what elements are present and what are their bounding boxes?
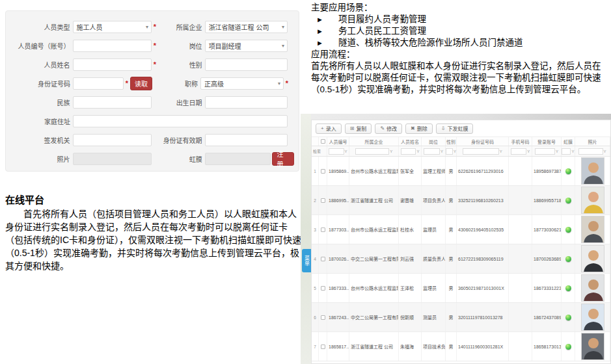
cell-login: 18958697387 bbox=[532, 157, 562, 185]
issue-office-label: 签发机关 bbox=[10, 135, 70, 145]
row-index: 4 bbox=[312, 244, 319, 273]
row-index: 1 bbox=[312, 157, 319, 185]
person-photo bbox=[581, 245, 604, 272]
filter-input[interactable] bbox=[463, 148, 498, 155]
cell-login: 18773030621 bbox=[532, 215, 562, 244]
photo-field bbox=[73, 153, 152, 165]
flow-title: 应用流程： bbox=[311, 49, 609, 60]
filter-input[interactable] bbox=[329, 148, 344, 155]
person-photo bbox=[581, 216, 604, 243]
scenario-item: 项目履约人员考勤管理 bbox=[338, 14, 426, 24]
cell-post: 质量负责人 bbox=[422, 244, 446, 273]
funnel-icon: Y bbox=[556, 150, 558, 153]
iris-status-icon bbox=[565, 227, 571, 233]
search-label: 检索 bbox=[312, 146, 327, 156]
filter-input[interactable] bbox=[424, 148, 440, 155]
iris-status-icon bbox=[565, 285, 571, 291]
post-select[interactable]: 项目副经理 ▾ bbox=[205, 40, 288, 52]
company-select[interactable]: 浙江省隧道工程 公司 ▾ bbox=[205, 21, 288, 33]
arrow-bullet-icon: ► bbox=[316, 38, 338, 48]
person-photo bbox=[581, 187, 604, 214]
title-value: 正高级 bbox=[204, 79, 224, 88]
title-select[interactable]: 正高级 ▾ bbox=[200, 77, 284, 90]
chevron-down-icon: ▾ bbox=[278, 81, 280, 86]
header-photo: 照片 bbox=[575, 137, 610, 146]
row-checkbox[interactable] bbox=[321, 228, 325, 232]
cell-phone bbox=[509, 303, 532, 332]
photo-label: 照片 bbox=[10, 154, 70, 164]
row-index: 7 bbox=[312, 332, 319, 361]
funnel-icon: Y bbox=[454, 150, 456, 153]
id-number-input[interactable] bbox=[73, 77, 124, 90]
add-record-button[interactable]: + 录入 bbox=[316, 124, 342, 134]
header-gender: 性别 bbox=[446, 137, 457, 146]
filter-input[interactable] bbox=[446, 148, 453, 155]
iris-label: 虹膜 bbox=[158, 154, 202, 164]
row-checkbox[interactable] bbox=[321, 169, 325, 174]
funnel-icon: Y bbox=[527, 150, 530, 153]
row-checkbox[interactable] bbox=[321, 344, 325, 349]
ethnicity-label: 民族 bbox=[10, 98, 70, 107]
row-checkbox[interactable] bbox=[321, 198, 325, 203]
person-photo bbox=[581, 157, 604, 185]
home-address-input[interactable] bbox=[73, 115, 288, 127]
funnel-icon: Y bbox=[390, 150, 392, 153]
birth-date-label: 出生日期 bbox=[158, 98, 202, 107]
row-index: 6 bbox=[312, 303, 319, 332]
read-idcard-button[interactable]: 读取 bbox=[130, 77, 152, 90]
iris-status-icon bbox=[565, 315, 571, 320]
cell-phone bbox=[509, 332, 532, 361]
chevron-down-icon: ▾ bbox=[282, 24, 284, 30]
row-checkbox[interactable] bbox=[321, 315, 325, 320]
cell-company: 中交二公局第一工程有限公司 bbox=[349, 244, 399, 273]
gender-label: 性别 bbox=[158, 60, 202, 70]
cell-phone bbox=[509, 186, 532, 214]
filter-input[interactable] bbox=[578, 148, 603, 155]
ethnicity-input[interactable] bbox=[73, 96, 152, 109]
copy-record-button[interactable]: ⊞ 复制 bbox=[345, 124, 372, 134]
header-login: 登录账号 bbox=[532, 137, 562, 146]
birth-date-input[interactable] bbox=[205, 96, 288, 109]
id-number-label: 身份证号码 bbox=[10, 79, 70, 88]
edit-record-button[interactable]: ✎ 修改 bbox=[375, 124, 402, 134]
delete-record-button[interactable]: ✖ 删除 bbox=[405, 124, 433, 134]
send-iris-button[interactable]: ⇩ 下发虹膜 bbox=[436, 124, 474, 134]
person-type-select[interactable]: 施工人员 ▾ bbox=[73, 21, 152, 33]
scenarios-title: 主要应用场景： bbox=[311, 2, 609, 14]
online-platform-section: 在线平台 首先将所有人员（包括项目管理人员和务工人员）以人眼虹膜和本人身份证进行… bbox=[5, 192, 305, 272]
cell-gender: 男 bbox=[446, 215, 457, 244]
scenarios-list: ►项目履约人员考勤管理 ►务工人员民工工资管理 ►隧道、栈桥等较大危险源作业场所… bbox=[311, 14, 609, 49]
id-validity-input[interactable] bbox=[205, 134, 288, 146]
button-label: 修改 bbox=[387, 125, 397, 132]
list-item: ►隧道、栈桥等较大危险源作业场所人员门禁通道 bbox=[311, 37, 609, 49]
cell-post: 测量员 bbox=[422, 303, 446, 332]
filter-input[interactable] bbox=[401, 148, 416, 155]
select-all-checkbox[interactable] bbox=[321, 139, 325, 144]
filter-input[interactable] bbox=[511, 148, 527, 155]
filter-input[interactable] bbox=[535, 148, 555, 155]
row-checkbox[interactable] bbox=[321, 257, 325, 261]
chevron-down-icon: ▾ bbox=[146, 24, 148, 30]
post-value: 项目副经理 bbox=[209, 41, 241, 51]
required-marker: * bbox=[152, 42, 158, 49]
cell-company: 台州市公路水运工程监理咨询... bbox=[349, 215, 399, 244]
gender-input[interactable] bbox=[205, 58, 288, 71]
cell-person-id: 1870026... bbox=[327, 244, 349, 273]
menu-tab[interactable]: 菜单 bbox=[302, 249, 311, 272]
row-index: 5 bbox=[312, 274, 319, 302]
row-checkbox[interactable] bbox=[321, 286, 325, 291]
issue-office-input[interactable] bbox=[73, 134, 152, 146]
cell-company: 台州市公路水运工程监理咨询... bbox=[349, 274, 399, 302]
required-marker: * bbox=[152, 23, 158, 31]
register-iris-button[interactable]: 注册 bbox=[272, 152, 294, 166]
person-photo bbox=[581, 333, 604, 360]
cell-gender: 男 bbox=[446, 303, 457, 332]
cell-person-id: 1895869... bbox=[327, 157, 349, 185]
funnel-icon: Y bbox=[500, 150, 502, 153]
filter-input[interactable] bbox=[562, 148, 571, 155]
iris-field bbox=[205, 153, 271, 165]
header-index bbox=[312, 137, 319, 146]
person-name-input[interactable] bbox=[73, 58, 152, 71]
person-no-input[interactable] bbox=[73, 40, 152, 52]
filter-input[interactable] bbox=[355, 148, 390, 155]
